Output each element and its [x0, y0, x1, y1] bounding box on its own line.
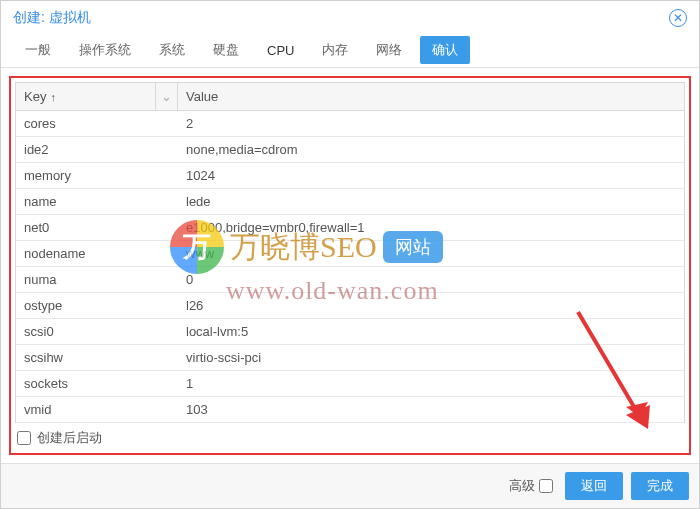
titlebar: 创建: 虚拟机 ✕	[1, 1, 699, 33]
finish-button[interactable]: 完成	[631, 472, 689, 500]
sort-asc-icon: ↑	[50, 91, 56, 103]
tab-strip: 一般 操作系统 系统 硬盘 CPU 内存 网络 确认	[1, 33, 699, 68]
cell-key: net0	[16, 215, 178, 240]
chevron-down-icon: ⌄	[161, 89, 172, 104]
table-row[interactable]: nodenamewww	[16, 241, 684, 267]
table-row[interactable]: namelede	[16, 189, 684, 215]
table-row[interactable]: memory1024	[16, 163, 684, 189]
back-button[interactable]: 返回	[565, 472, 623, 500]
dialog-body: Key ↑ ⌄ Value cores2ide2none,media=cdrom…	[1, 68, 699, 463]
cell-key: memory	[16, 163, 178, 188]
cell-key: sockets	[16, 371, 178, 396]
cell-value: 1	[178, 371, 684, 396]
table-row[interactable]: cores2	[16, 111, 684, 137]
tab-cpu[interactable]: CPU	[253, 35, 308, 66]
tab-memory[interactable]: 内存	[308, 33, 362, 67]
advanced-checkbox[interactable]	[539, 479, 553, 493]
tab-system[interactable]: 系统	[145, 33, 199, 67]
cell-value: 2	[178, 111, 684, 136]
cell-value: none,media=cdrom	[178, 137, 684, 162]
tab-confirm[interactable]: 确认	[420, 36, 470, 64]
tab-network[interactable]: 网络	[362, 33, 416, 67]
cell-key: vmid	[16, 397, 178, 422]
highlight-box: Key ↑ ⌄ Value cores2ide2none,media=cdrom…	[9, 76, 691, 455]
table-row[interactable]: numa0	[16, 267, 684, 293]
cell-value: 103	[178, 397, 684, 422]
cell-value: e1000,bridge=vmbr0,firewall=1	[178, 215, 684, 240]
table-row[interactable]: ostypel26	[16, 293, 684, 319]
summary-table: Key ↑ ⌄ Value cores2ide2none,media=cdrom…	[15, 82, 685, 423]
column-value[interactable]: Value	[178, 83, 684, 110]
create-vm-dialog: 创建: 虚拟机 ✕ 一般 操作系统 系统 硬盘 CPU 内存 网络 确认 Key…	[0, 0, 700, 509]
advanced-label: 高级	[509, 477, 535, 495]
cell-value: local-lvm:5	[178, 319, 684, 344]
column-key-filter[interactable]: ⌄	[156, 83, 178, 110]
dialog-title: 创建: 虚拟机	[13, 9, 91, 27]
tab-general[interactable]: 一般	[11, 33, 65, 67]
cell-value: virtio-scsi-pci	[178, 345, 684, 370]
cell-value: www	[178, 241, 684, 266]
cell-key: name	[16, 189, 178, 214]
cell-key: ide2	[16, 137, 178, 162]
cell-key: ostype	[16, 293, 178, 318]
start-after-create-label: 创建后启动	[37, 429, 102, 447]
table-header: Key ↑ ⌄ Value	[16, 83, 684, 111]
cell-key: scsi0	[16, 319, 178, 344]
table-row[interactable]: sockets1	[16, 371, 684, 397]
cell-key: cores	[16, 111, 178, 136]
cell-key: nodename	[16, 241, 178, 266]
close-icon[interactable]: ✕	[669, 9, 687, 27]
dialog-footer: 高级 返回 完成	[1, 463, 699, 508]
table-row[interactable]: vmid103	[16, 397, 684, 423]
tab-os[interactable]: 操作系统	[65, 33, 145, 67]
table-row[interactable]: net0e1000,bridge=vmbr0,firewall=1	[16, 215, 684, 241]
cell-value: 0	[178, 267, 684, 292]
start-after-create-row[interactable]: 创建后启动	[15, 423, 685, 449]
table-row[interactable]: ide2none,media=cdrom	[16, 137, 684, 163]
cell-value: l26	[178, 293, 684, 318]
column-key-label: Key	[24, 89, 46, 104]
start-after-create-checkbox[interactable]	[17, 431, 31, 445]
advanced-toggle[interactable]: 高级	[509, 477, 553, 495]
table-row[interactable]: scsihwvirtio-scsi-pci	[16, 345, 684, 371]
table-body: cores2ide2none,media=cdrommemory1024name…	[16, 111, 684, 423]
column-key[interactable]: Key ↑	[16, 83, 156, 110]
table-row[interactable]: scsi0local-lvm:5	[16, 319, 684, 345]
cell-key: scsihw	[16, 345, 178, 370]
cell-value: lede	[178, 189, 684, 214]
tab-disk[interactable]: 硬盘	[199, 33, 253, 67]
cell-key: numa	[16, 267, 178, 292]
cell-value: 1024	[178, 163, 684, 188]
